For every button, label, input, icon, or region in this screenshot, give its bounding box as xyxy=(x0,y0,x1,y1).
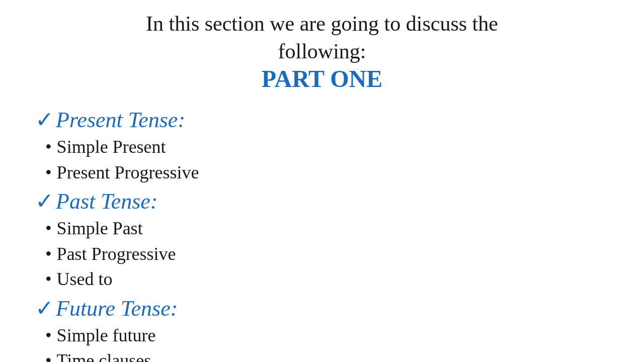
bullet-time-clauses: Time clauses xyxy=(35,348,614,362)
content-section: Present Tense: Simple Present Present Pr… xyxy=(30,104,614,362)
bullet-simple-future: Simple future xyxy=(35,323,614,348)
past-tense-heading: Past Tense: xyxy=(35,187,614,216)
part-one-label: PART ONE xyxy=(30,65,614,93)
intro-text: In this section we are going to discuss … xyxy=(30,10,614,65)
page-container: In this section we are going to discuss … xyxy=(0,0,644,362)
present-tense-heading: Present Tense: xyxy=(35,106,614,134)
header-section: In this section we are going to discuss … xyxy=(30,10,614,99)
bullet-present-progressive: Present Progressive xyxy=(35,160,614,185)
future-tense-heading: Future Tense: xyxy=(35,294,614,323)
bullet-simple-present: Simple Present xyxy=(35,134,614,159)
bullet-used-to: Used to xyxy=(35,266,614,292)
intro-line1: In this section we are going to discuss … xyxy=(146,12,498,35)
bullet-simple-past: Simple Past xyxy=(35,216,614,241)
intro-line2: following: xyxy=(278,40,366,63)
bullet-past-progressive: Past Progressive xyxy=(35,241,614,266)
